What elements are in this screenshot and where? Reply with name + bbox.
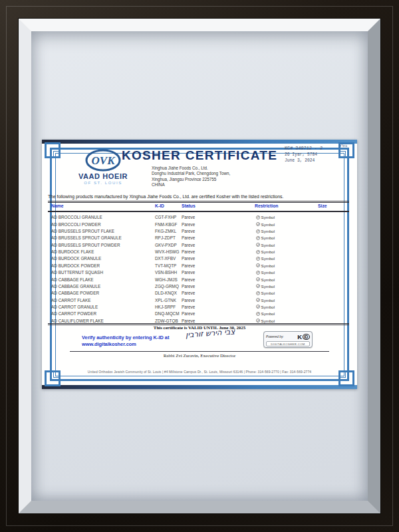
header-name: Name <box>51 203 64 208</box>
product-restriction: ✓Symbol <box>256 243 275 247</box>
product-kid: RPJ-ZDPT <box>155 235 176 240</box>
product-restriction: ✓Symbol <box>256 284 275 289</box>
table-row: AD BROCCOLI POWDER FNM-KBGF Pareve ✓Symb… <box>49 221 349 227</box>
product-name: AD CARROT POWDER <box>51 311 96 316</box>
check-circle-icon: ✓ <box>256 277 260 281</box>
product-status: Pareve <box>182 291 195 295</box>
product-name: AD BROCCOLI GRANULE <box>51 215 102 219</box>
table-header-row: Name K-ID Status Restriction Size <box>49 203 349 210</box>
organization-footer: United Orthodox Jewish Community of St. … <box>42 370 357 374</box>
product-restriction: ✓Symbol <box>256 319 275 323</box>
table-row: AD CABBAGE FLAKE WGH-JMJS Pareve ✓Symbol <box>49 276 349 283</box>
table-row: AD CABBAGE POWDER DLD-KNQX Pareve ✓Symbo… <box>49 290 349 297</box>
issue-date: June 3, 2024 <box>285 158 351 164</box>
product-restriction: ✓Symbol <box>256 305 275 309</box>
product-name: AD CABBAGE POWDER <box>51 291 99 295</box>
kosher-certificate-document: בס"ד OVK VAAD HOEIR OF ST. LOUIS KOSHER … <box>42 140 357 389</box>
check-circle-icon: ✓ <box>256 312 260 316</box>
product-restriction: ✓Symbol <box>256 298 275 303</box>
restriction-label: Symbol <box>261 319 275 323</box>
restriction-label: Symbol <box>261 291 275 295</box>
products-table: Name K-ID Status Restriction Size AD BRO… <box>49 203 349 210</box>
restriction-label: Symbol <box>261 215 275 219</box>
border-corner-square-small <box>53 151 61 158</box>
restriction-label: Symbol <box>261 284 275 289</box>
restriction-label: Symbol <box>261 235 275 240</box>
restriction-label: Symbol <box>261 311 275 316</box>
signer-name-title: Rabbi Zvi Zuravin, Executive Director <box>42 353 357 358</box>
kid-logo-icon: KID <box>297 333 310 340</box>
restriction-label: Symbol <box>261 263 275 268</box>
company-address-1: Donghu Industrial Park, Chengdong Town, <box>152 171 230 176</box>
product-kid: ZGQ-GRMQ <box>155 284 179 289</box>
product-restriction: ✓Symbol <box>256 263 275 268</box>
check-circle-icon: ✓ <box>256 305 260 309</box>
product-status: Pareve <box>182 249 195 254</box>
restriction-label: Symbol <box>261 305 275 309</box>
table-row: AD CABBAGE GRANULE ZGQ-GRMQ Pareve ✓Symb… <box>49 283 349 290</box>
product-restriction: ✓Symbol <box>256 311 275 316</box>
product-status: Pareve <box>182 270 195 275</box>
restriction-label: Symbol <box>261 222 275 227</box>
product-kid: VSN-BSHH <box>155 270 177 275</box>
verify-authenticity-block: Verify authenticity by entering K-ID at … <box>82 334 169 347</box>
check-circle-icon: ✓ <box>256 263 260 267</box>
product-restriction: ✓Symbol <box>256 249 275 254</box>
product-status: Pareve <box>182 229 195 233</box>
product-name: AD BRUSSELS SPROUT FLAKE <box>51 229 114 233</box>
product-kid: GKV-PXDP <box>155 243 177 247</box>
product-status: Pareve <box>182 305 195 309</box>
signature-line <box>70 351 329 352</box>
company-name: Xinghua Jiahe Foods Co., Ltd. <box>152 166 230 171</box>
restriction-label: Symbol <box>261 243 275 247</box>
product-restriction: ✓Symbol <box>256 256 275 261</box>
check-circle-icon: ✓ <box>256 284 260 288</box>
product-kid: DXT-XFBV <box>155 256 176 261</box>
company-country: CHINA <box>152 182 230 188</box>
header-kid: K-ID <box>155 203 164 208</box>
product-kid: WVX-HSWG <box>155 249 180 254</box>
check-circle-icon: ✓ <box>256 319 260 323</box>
table-row: AD BRUSSELS SPROUT FLAKE FKG-ZMKL Pareve… <box>49 228 349 235</box>
check-circle-icon: ✓ <box>256 291 260 295</box>
product-kid: WGH-JMJS <box>155 277 178 282</box>
powered-by-label: Powered by: <box>266 335 284 338</box>
restriction-label: Symbol <box>261 256 275 261</box>
product-name: AD BURDOCK GRANULE <box>51 256 101 261</box>
product-kid: CGT-FXHP <box>155 215 176 219</box>
product-name: AD CARROT GRANULE <box>51 305 98 309</box>
table-row: AD BRUSSELS SPROUT POWDER GKV-PXDP Parev… <box>49 241 349 248</box>
check-circle-icon: ✓ <box>256 271 260 275</box>
restriction-label: Symbol <box>261 277 275 282</box>
product-restriction: ✓Symbol <box>256 215 275 219</box>
product-kid: HKJ-SRPF <box>155 305 176 309</box>
product-status: Pareve <box>182 235 195 240</box>
product-name: AD CABBAGE FLAKE <box>51 277 94 282</box>
check-circle-icon: ✓ <box>256 257 260 261</box>
product-status: Pareve <box>182 284 195 289</box>
divider-rule <box>48 201 349 203</box>
certificate-title: KOSHER CERTIFICATE <box>122 148 277 163</box>
product-name: AD CARROT FLAKE <box>51 298 91 303</box>
product-kid: DLD-KNQX <box>155 291 177 295</box>
table-row: AD BURDOCK GRANULE DXT-XFBV Pareve ✓Symb… <box>49 255 349 262</box>
product-kid: ZDW-GTQB <box>155 319 178 323</box>
table-row: AD CARROT POWDER DNQ-MQCM Pareve ✓Symbol <box>49 311 349 317</box>
verify-text: Verify authenticity by entering K-ID at <box>82 334 169 341</box>
product-restriction: ✓Symbol <box>256 270 275 275</box>
restriction-label: Symbol <box>261 298 275 303</box>
digitalkosher-site-label: DIGITALKOSHER.COM <box>266 341 310 346</box>
table-row: AD CARROT FLAKE XPL-GTNK Pareve ✓Symbol <box>49 297 349 303</box>
product-status: Pareve <box>182 243 195 247</box>
mat-board: בס"ד OVK VAAD HOEIR OF ST. LOUIS KOSHER … <box>31 31 368 501</box>
table-row: AD BURDOCK POWDER TVT-MQTP Pareve ✓Symbo… <box>49 263 349 269</box>
product-name: AD BURDOCK POWDER <box>51 263 100 268</box>
org-name: VAAD HOEIR <box>75 172 131 180</box>
product-status: Pareve <box>182 222 195 227</box>
product-kid: TVT-MQTP <box>155 263 176 268</box>
product-restriction: ✓Symbol <box>256 229 275 233</box>
product-status: Pareve <box>182 256 195 261</box>
table-row: AD CARROT GRANULE HKJ-SRPF Pareve ✓Symbo… <box>49 304 349 311</box>
restriction-label: Symbol <box>261 249 275 254</box>
check-circle-icon: ✓ <box>256 222 260 226</box>
